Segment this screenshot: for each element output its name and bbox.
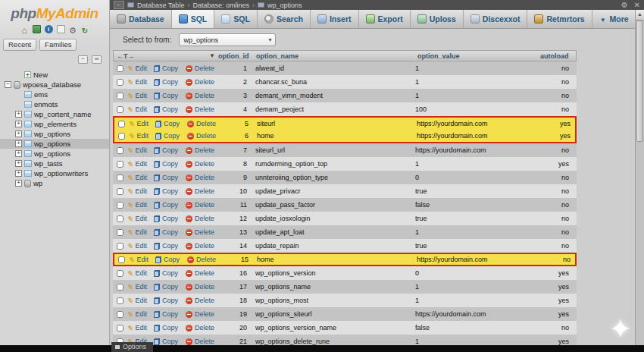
tree-item-new[interactable]: New [0,70,109,80]
log-icon[interactable] [33,25,41,33]
edit-link[interactable]: Edit [127,64,154,72]
copy-link[interactable]: Copy [154,105,186,113]
row-checkbox[interactable] [118,133,125,140]
gear-icon[interactable] [69,25,77,33]
delete-link[interactable]: Delete [186,324,219,332]
expander-icon[interactable] [15,130,22,137]
copy-link[interactable]: Copy [154,269,186,277]
row-checkbox[interactable] [117,311,123,318]
row-checkbox[interactable] [117,174,123,181]
copy-link[interactable]: Copy [154,64,186,72]
copy-link[interactable]: Copy [154,283,186,291]
copy-link[interactable]: Copy [155,256,187,263]
tree-item-wpoesa-database[interactable]: wpoesa_database [0,80,109,90]
row-checkbox[interactable] [117,93,123,99]
delete-link[interactable]: Delete [186,201,219,209]
copy-link[interactable]: Copy [154,310,186,318]
delete-link[interactable]: Delete [186,92,219,99]
delete-link[interactable]: Delete [186,283,219,291]
copy-link[interactable]: Copy [154,146,186,154]
tab-export[interactable]: Export [359,10,411,28]
tab-discexxot[interactable]: Discexxot [464,10,528,28]
delete-link[interactable]: Delete [186,160,219,168]
row-checkbox[interactable] [118,121,125,127]
row-checkbox[interactable] [117,325,123,332]
row-checkbox[interactable] [117,243,123,250]
expander-icon[interactable] [15,150,22,157]
edit-link[interactable]: Edit [128,132,155,140]
row-checkbox[interactable] [117,161,123,168]
close-icon[interactable]: ✕ [634,1,640,9]
edit-link[interactable]: Edit [127,242,154,250]
edit-link[interactable]: Edit [127,228,154,236]
delete-link[interactable]: Delete [186,146,219,154]
doc-icon[interactable] [57,25,65,33]
edit-link[interactable]: Edit [127,105,154,113]
scroll-up-icon[interactable]: ▲ [636,10,644,20]
tree-item-wp-options[interactable]: wp_options [0,149,109,159]
delete-link[interactable]: Delete [186,338,219,345]
expander-icon[interactable] [15,180,22,187]
edit-link[interactable]: Edit [127,174,154,181]
refresh-icon[interactable] [81,25,89,33]
row-checkbox[interactable] [117,270,123,277]
tab-sql[interactable]: SQL [172,10,215,28]
sort-desc-icon[interactable]: ▼ [209,52,215,59]
copy-link[interactable]: Copy [154,338,186,345]
tab-uploss[interactable]: Uploss [411,10,464,28]
delete-link[interactable]: Delete [187,132,220,140]
row-checkbox[interactable] [117,188,123,195]
collapse-icon[interactable]: − [78,55,88,64]
header-option-id[interactable]: option_id [218,52,256,60]
edit-link[interactable]: Edit [127,269,154,277]
copy-link[interactable]: Copy [154,92,186,99]
delete-link[interactable]: Delete [186,187,219,195]
edit-link[interactable]: Edit [127,92,154,99]
copy-link[interactable]: Copy [154,297,186,304]
row-checkbox[interactable] [117,297,123,304]
delete-link[interactable]: Delete [187,120,220,127]
tree-item-wp-optionwriters[interactable]: wp_optionwriters [0,168,109,178]
edit-link[interactable]: Edit [127,215,154,222]
tree-item-wp-tasts[interactable]: wp_tasts [0,159,109,168]
delete-link[interactable]: Delete [186,105,219,113]
copy-link[interactable]: Copy [154,324,186,332]
copy-link[interactable]: Copy [154,174,186,181]
vertical-scrollbar[interactable]: ▲ [635,10,644,345]
tree-item-wp-options[interactable]: wp_options [0,129,109,139]
gear-icon[interactable]: ⚙ [621,1,628,9]
row-checkbox[interactable] [117,147,123,154]
row-checkbox[interactable] [117,79,123,86]
tab-search[interactable]: Search [258,10,311,28]
copy-link[interactable]: Copy [154,242,186,250]
table-select-dropdown[interactable]: wp_options ▾ [179,33,276,46]
expander-icon[interactable] [15,160,22,167]
delete-link[interactable]: Delete [186,297,219,304]
copy-link[interactable]: Copy [154,228,186,236]
edit-link[interactable]: Edit [127,78,154,86]
header-option-value[interactable]: option_value [417,52,540,60]
expander-icon[interactable] [15,121,22,127]
tree-item-enmots[interactable]: enmots [0,99,109,109]
expander-icon[interactable] [15,111,22,118]
tab-more[interactable]: More [592,10,635,28]
delete-link[interactable]: Delete [186,215,219,222]
edit-link[interactable]: Edit [127,324,154,332]
edit-link[interactable]: Edit [127,297,154,304]
breadcrumb-segment-table[interactable]: wp_options [267,2,302,9]
edit-link[interactable]: Edit [127,146,154,154]
delete-link[interactable]: Delete [187,256,220,263]
delete-link[interactable]: Delete [186,310,219,318]
delete-link[interactable]: Delete [186,242,219,250]
edit-link[interactable]: Edit [127,283,154,291]
tree-item-ems[interactable]: ems [0,90,109,99]
row-checkbox[interactable] [117,215,123,222]
delete-link[interactable]: Delete [186,269,219,277]
copy-link[interactable]: Copy [154,160,186,168]
copy-link[interactable]: Copy [154,78,186,86]
row-checkbox[interactable] [117,202,123,209]
recent-tab[interactable]: Recent [3,39,36,51]
delete-link[interactable]: Delete [186,174,219,181]
copy-link[interactable]: Copy [154,201,186,209]
delete-link[interactable]: Delete [186,78,219,86]
